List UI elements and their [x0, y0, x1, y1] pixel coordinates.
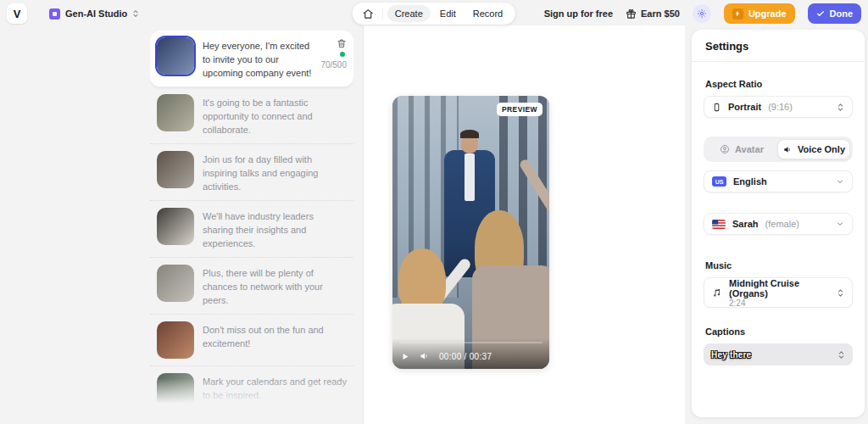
script-thumbnail[interactable]	[157, 94, 194, 131]
stepper-icon	[837, 103, 844, 112]
play-button[interactable]	[401, 352, 409, 361]
music-note-icon	[712, 287, 722, 298]
aspect-ratio-hint: (9:16)	[768, 102, 793, 112]
script-thumbnail[interactable]	[157, 37, 194, 75]
app-logo[interactable]: V	[7, 3, 27, 24]
upgrade-button[interactable]: Upgrade	[724, 3, 795, 24]
script-text[interactable]: Plus, there will be plenty of chances to…	[203, 265, 347, 307]
captions-style-select[interactable]: Hey there	[704, 343, 853, 365]
signup-link[interactable]: Sign up for free	[544, 8, 613, 19]
settings-gear-button[interactable]	[693, 4, 711, 23]
workspace-stepper-icon	[132, 9, 139, 18]
avatar-mode-label: Avatar	[735, 144, 764, 154]
gear-icon	[697, 8, 707, 19]
script-text[interactable]: Don't miss out on the fun and excitement…	[203, 321, 347, 359]
avatar-icon	[720, 144, 730, 154]
topbar-actions: Sign up for free Earn $50 Upgrade	[544, 3, 861, 24]
player-controls: 00:00 / 00:37	[392, 338, 549, 369]
segment-status-dot	[340, 52, 345, 57]
workspace-switcher[interactable]: Gen-AI Studio	[49, 8, 139, 20]
video-preview[interactable]: PREVIEW 00:00 / 00:37	[392, 96, 549, 369]
top-bar: V Gen-AI Studio Create Edit Record Sign …	[0, 0, 868, 27]
volume-button[interactable]	[419, 351, 430, 361]
script-segment[interactable]: It's going to be a fantastic opportunity…	[150, 87, 353, 144]
script-segment[interactable]: We'll have industry leaders sharing thei…	[150, 201, 353, 258]
mode-toggle: Avatar Voice Only	[704, 137, 853, 162]
music-track: Midnight Cruise (Organs)	[729, 278, 830, 298]
trash-icon	[337, 38, 347, 48]
portrait-icon	[712, 102, 721, 113]
mode-tabbar: Create Edit Record	[353, 3, 515, 25]
us-flag-icon	[712, 220, 726, 229]
script-segment[interactable]: Plus, there will be plenty of chances to…	[150, 258, 353, 315]
script-text[interactable]: Mark your calendars and get ready to be …	[203, 373, 347, 404]
workspace-name: Gen-AI Studio	[65, 8, 127, 19]
voice-only-mode-option[interactable]: Voice Only	[777, 139, 850, 159]
tab-edit[interactable]: Edit	[432, 5, 464, 22]
upgrade-label: Upgrade	[748, 8, 787, 19]
music-label: Music	[705, 260, 851, 271]
music-select[interactable]: Midnight Cruise (Organs) 2:24	[704, 277, 853, 308]
stepper-icon	[837, 350, 845, 360]
tab-create[interactable]: Create	[387, 5, 431, 22]
music-duration: 2:24	[729, 298, 830, 309]
script-text[interactable]: We'll have industry leaders sharing thei…	[203, 208, 347, 250]
playback-time: 00:00 / 00:37	[439, 352, 492, 361]
settings-body: Aspect Ratio Portrait (9:16) Avatar	[692, 62, 865, 365]
preview-badge: PREVIEW	[497, 103, 542, 116]
script-thumbnail[interactable]	[157, 373, 194, 404]
gen-ai-studio-app: V Gen-AI Studio Create Edit Record Sign …	[0, 0, 868, 424]
aspect-ratio-label: Aspect Ratio	[705, 79, 851, 89]
man-shirt	[465, 153, 475, 201]
script-segment[interactable]: Hey everyone, I'm excited to invite you …	[150, 31, 353, 87]
voice-hint: (female)	[765, 219, 799, 229]
script-thumbnail[interactable]	[157, 265, 194, 302]
script-thumbnail[interactable]	[157, 208, 194, 245]
earn-label: Earn $50	[641, 8, 680, 19]
script-text[interactable]: It's going to be a fantastic opportunity…	[203, 94, 347, 137]
caption-style-sample: Hey there	[711, 350, 751, 360]
aspect-ratio-select[interactable]: Portrait (9:16)	[704, 96, 853, 118]
settings-panel: Settings Aspect Ratio Portrait (9:16)	[692, 30, 865, 417]
script-segment[interactable]: Join us for a day filled with inspiring …	[150, 144, 353, 201]
script-text[interactable]: Join us for a day filled with inspiring …	[203, 151, 347, 193]
aspect-ratio-value: Portrait	[728, 102, 761, 112]
stepper-icon	[837, 288, 844, 298]
script-list: Hey everyone, I'm excited to invite you …	[150, 31, 353, 404]
man-hair	[460, 130, 479, 138]
script-thumbnail[interactable]	[157, 321, 194, 359]
language-badge: US	[712, 176, 726, 187]
script-segment[interactable]: Mark your calendars and get ready to be …	[150, 366, 353, 404]
settings-title: Settings	[692, 30, 865, 62]
home-icon	[362, 8, 373, 20]
chevron-down-icon	[836, 177, 844, 186]
volume-icon	[419, 351, 430, 361]
voice-select[interactable]: Sarah (female)	[704, 213, 853, 235]
speaker-icon	[782, 145, 793, 154]
tabbar-divider	[382, 8, 383, 20]
tab-record[interactable]: Record	[465, 5, 510, 22]
script-text[interactable]: Hey everyone, I'm excited to invite you …	[203, 37, 312, 80]
bolt-icon	[732, 8, 743, 20]
earn-button[interactable]: Earn $50	[626, 8, 680, 20]
workspace-icon	[49, 8, 60, 20]
home-button[interactable]	[358, 5, 378, 22]
music-info: Midnight Cruise (Organs) 2:24	[729, 277, 830, 309]
done-button[interactable]: Done	[808, 3, 862, 24]
delete-segment-button[interactable]	[337, 38, 347, 48]
language-select[interactable]: US English	[704, 170, 853, 192]
play-icon	[401, 352, 409, 361]
chevron-down-icon	[836, 220, 844, 228]
video-scene	[392, 96, 549, 369]
language-value: English	[733, 176, 767, 187]
voice-value: Sarah	[732, 219, 759, 229]
script-segment[interactable]: Don't miss out on the fun and excitement…	[150, 315, 353, 366]
script-thumbnail[interactable]	[157, 151, 194, 188]
done-label: Done	[830, 8, 854, 19]
avatar-mode-option[interactable]: Avatar	[706, 139, 777, 159]
check-icon	[816, 9, 825, 18]
segment-meta: 70/500	[320, 37, 347, 80]
gift-icon	[626, 8, 637, 20]
voice-only-mode-label: Voice Only	[798, 144, 845, 154]
captions-label: Captions	[705, 326, 851, 337]
